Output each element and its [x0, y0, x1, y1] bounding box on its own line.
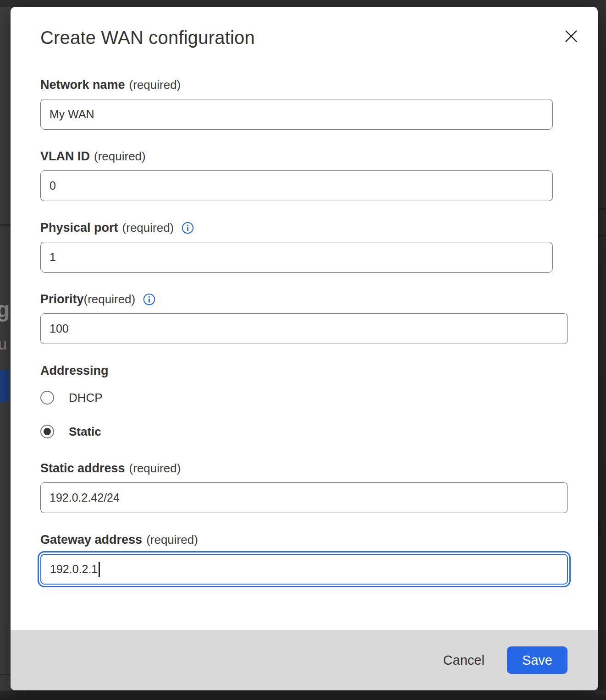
priority-input[interactable]: [40, 313, 568, 344]
dimmed-background-fragment: u: [0, 335, 10, 354]
dimmed-background-fragment: g: [0, 297, 10, 325]
vlan-id-label: VLAN ID: [40, 149, 90, 164]
gateway-address-value: 192.0.2.1: [50, 563, 98, 576]
network-name-label: Network name: [40, 78, 125, 92]
static-address-input[interactable]: [40, 482, 568, 513]
network-name-field: Network name (required): [40, 78, 598, 130]
dimmed-background-button-fragment: [0, 370, 9, 402]
close-x-glyph: [564, 29, 578, 43]
radio-unselected-icon[interactable]: [40, 391, 54, 405]
vlan-id-input[interactable]: [40, 170, 553, 201]
gateway-address-field: Gateway address (required) 192.0.2.1: [40, 533, 598, 585]
required-hint: (required): [84, 292, 136, 306]
network-name-input[interactable]: [40, 99, 553, 130]
physical-port-field: Physical port (required): [40, 221, 598, 273]
physical-port-info-icon[interactable]: [182, 222, 194, 234]
priority-label: Priority: [40, 292, 84, 306]
create-wan-configuration-dialog: Create WAN configuration Network name (r…: [11, 7, 598, 690]
gateway-address-label: Gateway address: [40, 533, 142, 547]
static-address-field: Static address (required): [40, 461, 598, 513]
required-hint: (required): [129, 461, 181, 476]
static-option-label: Static: [69, 425, 101, 439]
dimmed-page-right: [598, 0, 606, 700]
required-hint: (required): [122, 221, 174, 235]
cancel-button[interactable]: Cancel: [443, 653, 485, 668]
required-hint: (required): [146, 533, 198, 547]
dimmed-page-bottom: [0, 690, 606, 700]
addressing-section-label: Addressing: [40, 364, 598, 377]
dhcp-option-label: DHCP: [69, 391, 103, 405]
dimmed-background-divider: [598, 208, 606, 210]
close-icon[interactable]: [561, 26, 581, 46]
radio-selected-icon[interactable]: [40, 425, 54, 438]
dialog-footer: Cancel Save: [11, 630, 598, 690]
physical-port-input[interactable]: [40, 242, 553, 273]
physical-port-label: Physical port: [40, 221, 118, 235]
priority-info-icon[interactable]: [143, 293, 155, 306]
addressing-option-static[interactable]: Static: [40, 425, 598, 438]
priority-field: Priority (required): [40, 292, 598, 344]
save-button[interactable]: Save: [507, 646, 567, 674]
required-hint: (required): [129, 78, 181, 92]
text-cursor: [99, 562, 100, 577]
required-hint: (required): [94, 149, 146, 164]
static-address-label: Static address: [40, 461, 125, 476]
dimmed-background-divider: [0, 224, 11, 226]
vlan-id-field: VLAN ID (required): [40, 149, 598, 201]
dimmed-background-divider: [0, 674, 11, 675]
addressing-option-dhcp[interactable]: DHCP: [40, 391, 598, 405]
dialog-title: Create WAN configuration: [40, 27, 598, 49]
gateway-address-input[interactable]: 192.0.2.1: [40, 554, 568, 585]
dimmed-page-top: [0, 0, 606, 7]
dimmed-background-divider: [598, 235, 606, 236]
